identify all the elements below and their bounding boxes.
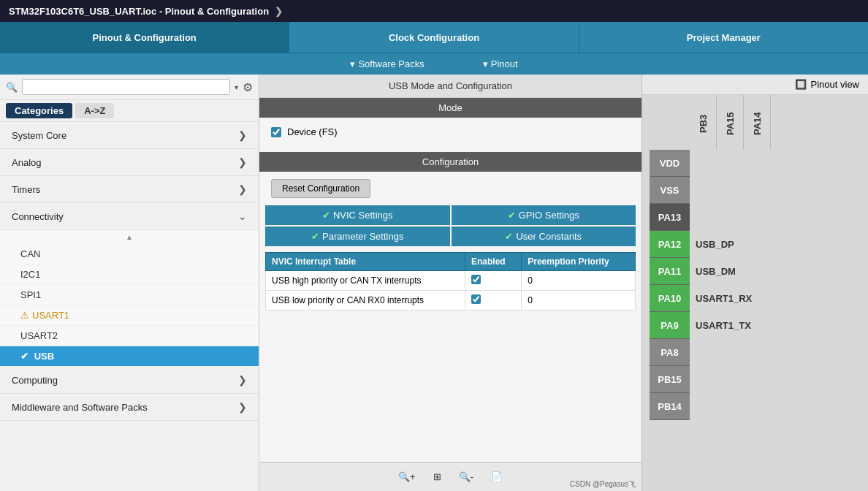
title-chevron: ❯ <box>275 6 283 17</box>
device-fs-checkbox[interactable] <box>271 127 281 137</box>
sidebar-item-computing[interactable]: Computing ❯ <box>0 367 259 394</box>
sidebar-tab-categories[interactable]: Categories <box>6 103 72 118</box>
check-icon: ✔ <box>508 210 516 221</box>
main-nav: Pinout & Configuration Clock Configurati… <box>0 22 868 53</box>
sidebar-item-system-core[interactable]: System Core ❯ <box>0 122 259 149</box>
pin-pa12[interactable]: PA12 <box>650 231 690 258</box>
interrupt-table: NVIC Interrupt Table Enabled Preemption … <box>265 252 636 311</box>
search-input[interactable] <box>22 79 230 95</box>
chip-icon: 🔲 <box>795 79 807 90</box>
chevron-right-icon: ❯ <box>238 374 247 386</box>
label-pa9: USART1_TX <box>696 312 752 339</box>
pin-header-pb3: PB3 <box>690 95 717 150</box>
pin-diagram: PB3 PA15 PA14 VDD VSS PA13 PA12 PA11 PA1… <box>642 95 868 491</box>
zoom-in-icon: 🔍+ <box>398 471 416 482</box>
title-bar: STM32F103C6T6_USB_UART.ioc - Pinout & Co… <box>0 0 868 22</box>
chevron-right-icon: ❯ <box>238 183 247 195</box>
chevron-right-icon: ❯ <box>238 129 247 141</box>
sub-tab-pinout[interactable]: ▾ Pinout <box>483 58 518 69</box>
pin-vdd[interactable]: VDD <box>650 150 690 177</box>
interrupt-table-col-priority: Preemption Priority <box>522 253 636 271</box>
sidebar-item-usb[interactable]: ✔ USB <box>0 346 259 367</box>
zoom-out-icon: 🔍- <box>459 471 473 482</box>
label-pb15 <box>696 366 752 393</box>
dropdown-arrow-icon[interactable]: ▾ <box>235 83 238 91</box>
warning-icon: ⚠ <box>20 310 29 321</box>
sub-nav: ▾ Software Packs ▾ Pinout <box>0 53 868 75</box>
sidebar-item-spi1[interactable]: SPI1 <box>0 285 259 305</box>
bottom-toolbar: 🔍+ ⊞ 🔍- 📄 CSDN @Pegasus飞 <box>259 462 642 491</box>
interrupt-checkbox[interactable] <box>471 294 481 304</box>
sidebar-item-usart1[interactable]: ⚠USART1 <box>0 305 259 326</box>
interrupt-enabled[interactable] <box>465 291 522 311</box>
interrupt-table-col-name: NVIC Interrupt Table <box>266 253 465 271</box>
check-icon: ✔ <box>20 351 31 362</box>
interrupt-enabled[interactable] <box>465 271 522 291</box>
sidebar-item-i2c1[interactable]: I2C1 <box>0 264 259 285</box>
config-tab-user-constants[interactable]: ✔ User Constants <box>452 227 636 246</box>
interrupt-table-col-enabled: Enabled <box>465 253 522 271</box>
sidebar-tab-az[interactable]: A->Z <box>75 103 114 118</box>
sidebar-item-can[interactable]: CAN <box>0 244 259 264</box>
sidebar-item-middleware[interactable]: Middleware and Software Packs ❯ <box>0 394 259 421</box>
pin-header-pa15: PA15 <box>717 95 744 150</box>
table-row: USB high priority or CAN TX interrupts 0 <box>266 271 636 291</box>
sidebar-item-connectivity[interactable]: Connectivity ⌄ <box>0 203 259 230</box>
usb-panel-title: USB Mode and Configuration <box>259 75 642 98</box>
sidebar: 🔍 ▾ ⚙ Categories A->Z System Core ❯ Anal… <box>0 75 259 491</box>
device-fs-row: Device (FS) <box>271 126 630 137</box>
reset-config-button[interactable]: Reset Configuration <box>271 179 370 198</box>
pin-pb14[interactable]: PB14 <box>650 393 690 420</box>
check-icon: ✔ <box>505 231 513 242</box>
expand-arrow-icon[interactable]: ▲ <box>0 230 259 244</box>
config-section-header: Configuration <box>259 152 642 172</box>
pin-pa10[interactable]: PA10 <box>650 285 690 312</box>
zoom-in-button[interactable]: 🔍+ <box>398 471 416 482</box>
chevron-right-icon: ❯ <box>238 156 247 168</box>
title-text: STM32F103C6T6_USB_UART.ioc - Pinout & Co… <box>9 6 269 17</box>
pin-header-pa14: PA14 <box>744 95 771 150</box>
pin-vss[interactable]: VSS <box>650 177 690 204</box>
config-tab-nvic[interactable]: ✔ NVIC Settings <box>265 205 450 225</box>
label-pb14 <box>696 393 752 420</box>
watermark: CSDN @Pegasus飞 <box>570 479 636 490</box>
sidebar-tabs: Categories A->Z <box>0 100 259 122</box>
interrupt-priority: 0 <box>522 271 636 291</box>
config-tabs: ✔ NVIC Settings ✔ GPIO Settings <box>265 205 636 225</box>
pin-pa8[interactable]: PA8 <box>650 339 690 366</box>
zoom-out-button[interactable]: 🔍- <box>459 471 473 482</box>
label-pa12: USB_DP <box>696 231 752 258</box>
label-vdd <box>696 150 752 177</box>
pin-pa13[interactable]: PA13 <box>650 204 690 231</box>
main-layout: 🔍 ▾ ⚙ Categories A->Z System Core ❯ Anal… <box>0 75 868 491</box>
sidebar-items: System Core ❯ Analog ❯ Timers ❯ Connecti… <box>0 122 259 491</box>
mode-section-header: Mode <box>259 98 642 118</box>
config-section: Configuration Reset Configuration ✔ NVIC… <box>259 152 642 311</box>
main-content: USB Mode and Configuration Mode Device (… <box>259 75 642 491</box>
gear-icon[interactable]: ⚙ <box>243 80 253 94</box>
check-icon: ✔ <box>311 231 319 242</box>
pin-pb15[interactable]: PB15 <box>650 366 690 393</box>
label-pa8 <box>696 339 752 366</box>
device-fs-label: Device (FS) <box>287 126 338 137</box>
pin-pa11[interactable]: PA11 <box>650 258 690 285</box>
tab-pinout[interactable]: Pinout & Configuration <box>0 22 289 53</box>
tab-project[interactable]: Project Manager <box>579 22 868 53</box>
fit-button[interactable]: ⊞ <box>433 471 441 482</box>
sidebar-item-timers[interactable]: Timers ❯ <box>0 176 259 203</box>
mode-section: Device (FS) <box>259 118 642 146</box>
config-tab-gpio[interactable]: ✔ GPIO Settings <box>452 205 636 225</box>
pin-pa9[interactable]: PA9 <box>650 312 690 339</box>
interrupt-checkbox[interactable] <box>471 275 481 284</box>
chevron-down-icon: ⌄ <box>238 210 247 222</box>
sub-tab-software-packs[interactable]: ▾ Software Packs <box>350 58 424 69</box>
config-tab-parameter[interactable]: ✔ Parameter Settings <box>265 227 450 246</box>
pinout-view-label: Pinout view <box>811 79 859 90</box>
sidebar-item-analog[interactable]: Analog ❯ <box>0 149 259 176</box>
fit-icon: ⊞ <box>433 471 441 482</box>
export-button[interactable]: 📄 <box>491 471 503 482</box>
tab-clock[interactable]: Clock Configuration <box>289 22 579 53</box>
pinout-header: 🔲 Pinout view <box>642 75 868 95</box>
interrupt-priority: 0 <box>522 291 636 311</box>
sidebar-item-usart2[interactable]: USART2 <box>0 326 259 346</box>
